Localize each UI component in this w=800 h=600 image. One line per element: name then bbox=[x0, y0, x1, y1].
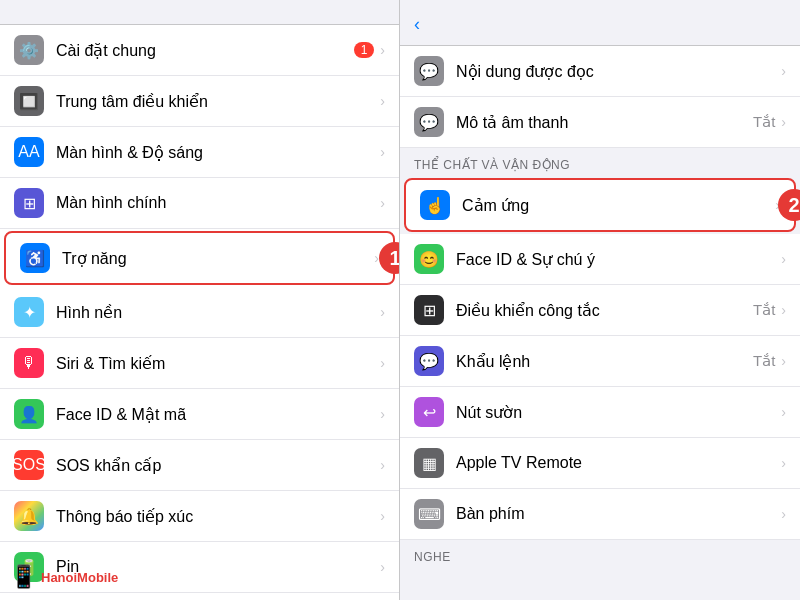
sidebar-item-sos[interactable]: SOSSOS khẩn cấp› bbox=[0, 440, 399, 491]
label-sos: SOS khẩn cấp bbox=[56, 456, 380, 475]
chevron-man-hinh-do-sang: › bbox=[380, 144, 385, 160]
right-item-noidung[interactable]: 💬Nội dung được đọc› bbox=[400, 46, 800, 97]
icon-man-hinh-chinh: ⊞ bbox=[14, 188, 44, 218]
icon-dieukhien: ⊞ bbox=[414, 295, 444, 325]
chevron-faceid2: › bbox=[781, 251, 786, 267]
off-label-dieukhien: Tắt bbox=[753, 301, 775, 319]
icon-hinh-nen: ✦ bbox=[14, 297, 44, 327]
section-top: 💬Nội dung được đọc›💬Mô tả âm thanhTắt› bbox=[400, 46, 800, 148]
icon-khaulenhc: 💬 bbox=[414, 346, 444, 376]
sidebar-item-thongbao[interactable]: 🔔Thông báo tiếp xúc› bbox=[0, 491, 399, 542]
chevron-dieukhien: › bbox=[781, 302, 786, 318]
sidebar-item-trung-tam[interactable]: 🔲Trung tâm điều khiển› bbox=[0, 76, 399, 127]
right-header: ‹ bbox=[400, 0, 800, 46]
back-button[interactable]: ‹ bbox=[414, 14, 423, 35]
label-tro-nang: Trợ năng bbox=[62, 249, 374, 268]
label-thongbao: Thông báo tiếp xúc bbox=[56, 507, 380, 526]
settings-list: ⚙️Cài đặt chung1›🔲Trung tâm điều khiển›A… bbox=[0, 25, 399, 600]
chevron-siri: › bbox=[380, 355, 385, 371]
back-chevron-icon: ‹ bbox=[414, 14, 420, 35]
section-label-theChat: THỂ CHẤT VÀ VẬN ĐỘNG bbox=[400, 148, 800, 176]
right-item-appletv[interactable]: ▦Apple TV Remote› bbox=[400, 438, 800, 489]
label-banphim: Bàn phím bbox=[456, 505, 781, 523]
label-camung: Cảm ứng bbox=[462, 196, 775, 215]
chevron-mota: › bbox=[781, 114, 786, 130]
icon-tro-nang: ♿ bbox=[20, 243, 50, 273]
label-siri: Siri & Tìm kiếm bbox=[56, 354, 380, 373]
label-mota: Mô tả âm thanh bbox=[456, 113, 753, 132]
chevron-thongbao: › bbox=[380, 508, 385, 524]
chevron-appletv: › bbox=[781, 455, 786, 471]
label-trung-tam: Trung tâm điều khiển bbox=[56, 92, 380, 111]
icon-sos: SOS bbox=[14, 450, 44, 480]
left-header bbox=[0, 0, 399, 25]
chevron-pin: › bbox=[380, 559, 385, 575]
sidebar-item-faceid[interactable]: 👤Face ID & Mật mã› bbox=[0, 389, 399, 440]
label-khaulenhc: Khẩu lệnh bbox=[456, 352, 753, 371]
off-label-mota: Tắt bbox=[753, 113, 775, 131]
right-panel: ‹ 💬Nội dung được đọc›💬Mô tả âm thanhTắt›… bbox=[400, 0, 800, 600]
icon-noidung: 💬 bbox=[414, 56, 444, 86]
right-item-banphim[interactable]: ⌨Bàn phím› bbox=[400, 489, 800, 540]
chevron-noidung: › bbox=[781, 63, 786, 79]
section-label-nghe: NGHE bbox=[400, 540, 800, 568]
chevron-banphim: › bbox=[781, 506, 786, 522]
icon-man-hinh-do-sang: AA bbox=[14, 137, 44, 167]
sidebar-item-man-hinh-chinh[interactable]: ⊞Màn hình chính› bbox=[0, 178, 399, 229]
chevron-caidat-chung: › bbox=[380, 42, 385, 58]
icon-thongbao: 🔔 bbox=[14, 501, 44, 531]
label-appletv: Apple TV Remote bbox=[456, 454, 781, 472]
icon-caidat-chung: ⚙️ bbox=[14, 35, 44, 65]
sidebar-item-hinh-nen[interactable]: ✦Hình nền› bbox=[0, 287, 399, 338]
sidebar-item-siri[interactable]: 🎙Siri & Tìm kiếm› bbox=[0, 338, 399, 389]
label-faceid: Face ID & Mật mã bbox=[56, 405, 380, 424]
watermark-text: HanoiMobile bbox=[41, 570, 118, 585]
right-item-camung[interactable]: ☝Cảm ứng›2 bbox=[404, 178, 796, 232]
chevron-nutsuon: › bbox=[781, 404, 786, 420]
label-man-hinh-chinh: Màn hình chính bbox=[56, 194, 380, 212]
chevron-man-hinh-chinh: › bbox=[380, 195, 385, 211]
badge-caidat-chung: 1 bbox=[354, 42, 375, 58]
left-panel: ⚙️Cài đặt chung1›🔲Trung tâm điều khiển›A… bbox=[0, 0, 400, 600]
icon-trung-tam: 🔲 bbox=[14, 86, 44, 116]
icon-camung: ☝ bbox=[420, 190, 450, 220]
right-item-mota[interactable]: 💬Mô tả âm thanhTắt› bbox=[400, 97, 800, 148]
section-theChat: ☝Cảm ứng›2😊Face ID & Sự chú ý›⊞Điều khiể… bbox=[400, 178, 800, 540]
label-caidat-chung: Cài đặt chung bbox=[56, 41, 354, 60]
label-man-hinh-do-sang: Màn hình & Độ sáng bbox=[56, 143, 380, 162]
icon-banphim: ⌨ bbox=[414, 499, 444, 529]
icon-siri: 🎙 bbox=[14, 348, 44, 378]
right-item-khaulenhc[interactable]: 💬Khẩu lệnhTắt› bbox=[400, 336, 800, 387]
icon-faceid: 👤 bbox=[14, 399, 44, 429]
chevron-trung-tam: › bbox=[380, 93, 385, 109]
icon-faceid2: 😊 bbox=[414, 244, 444, 274]
right-item-nutsuon[interactable]: ↩Nút sườn› bbox=[400, 387, 800, 438]
sidebar-item-caidat-chung[interactable]: ⚙️Cài đặt chung1› bbox=[0, 25, 399, 76]
label-faceid2: Face ID & Sự chú ý bbox=[456, 250, 781, 269]
step-number-2: 2 bbox=[778, 189, 800, 221]
icon-mota: 💬 bbox=[414, 107, 444, 137]
watermark: 📱HanoiMobile bbox=[10, 564, 118, 590]
sidebar-item-tro-nang[interactable]: ♿Trợ năng›1 bbox=[4, 231, 395, 285]
chevron-faceid: › bbox=[380, 406, 385, 422]
sidebar-item-man-hinh-do-sang[interactable]: AAMàn hình & Độ sáng› bbox=[0, 127, 399, 178]
right-item-dieukhien[interactable]: ⊞Điều khiển công tắcTắt› bbox=[400, 285, 800, 336]
chevron-hinh-nen: › bbox=[380, 304, 385, 320]
label-noidung: Nội dung được đọc bbox=[456, 62, 781, 81]
right-item-faceid2[interactable]: 😊Face ID & Sự chú ý› bbox=[400, 234, 800, 285]
step-number-1: 1 bbox=[379, 242, 399, 274]
off-label-khaulenhc: Tắt bbox=[753, 352, 775, 370]
right-list: 💬Nội dung được đọc›💬Mô tả âm thanhTắt›TH… bbox=[400, 46, 800, 600]
label-dieukhien: Điều khiển công tắc bbox=[456, 301, 753, 320]
label-hinh-nen: Hình nền bbox=[56, 303, 380, 322]
label-nutsuon: Nút sườn bbox=[456, 403, 781, 422]
chevron-sos: › bbox=[380, 457, 385, 473]
icon-nutsuon: ↩ bbox=[414, 397, 444, 427]
chevron-khaulenhc: › bbox=[781, 353, 786, 369]
icon-appletv: ▦ bbox=[414, 448, 444, 478]
